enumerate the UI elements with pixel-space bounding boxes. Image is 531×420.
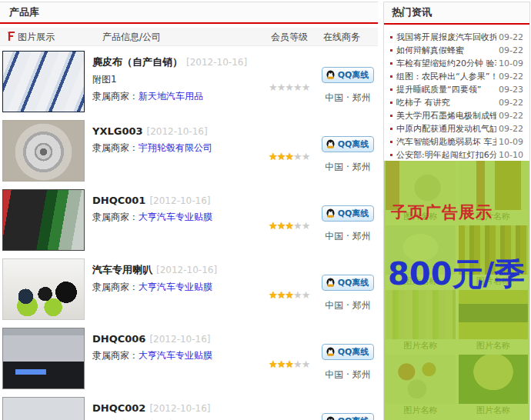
product-row: DHQC006[2012-10-16] 隶属商家：大亨汽车专业贴膜 ★★★★★ … [0,328,378,397]
qq-offline-button[interactable]: QQ离线 [322,205,375,222]
product-image[interactable] [2,397,85,420]
qq-button-label: QQ离线 [338,277,369,288]
news-item[interactable]: 美大学用石墨烯电极制成锂电 09-22 [390,109,523,122]
news-panel-title: 热门资讯 [392,6,432,18]
news-item[interactable]: 公安部:明年起闯红灯扣6分 挡 10-10 [390,148,523,162]
star-empty-icon: ★ [285,82,293,93]
news-item[interactable]: 提升睡眠质量“四要领” 09-23 [390,83,523,96]
news-item-text[interactable]: 中原内配获通用发动机气缸套 [396,123,496,135]
qq-offline-button[interactable]: QQ离线 [322,67,375,83]
product-date: [2012-10-16] [186,57,247,68]
news-item-text[interactable]: 吃柿子 有讲究 [396,97,496,108]
column-header-info: 产品信息/公司 [102,31,161,44]
news-panel-header: 热门资讯 [384,2,529,25]
product-row: 汽车专用喇叭[2012-10-16] 隶属商家：大亨汽车专业贴膜 ★★★★★ Q… [0,258,378,328]
news-item-date: 09-22 [499,32,523,42]
location-text: 中国 · 郑州 [320,161,376,174]
news-item[interactable]: 汽车智能钥匙脆弱易坏 车主需 10-09 [390,135,523,148]
qq-button-label: QQ离线 [338,138,369,150]
news-panel: 热门资讯 我国将开展报废汽车回收拆解 09-22 如何辩解真假蜂蜜 09-22 … [383,2,530,420]
product-library-header: 产品库 [0,2,378,24]
red-square-bullet-icon [390,128,392,130]
merchant-link[interactable]: 大亨汽车专业贴膜 [139,350,212,361]
product-date: [2012-10-16] [149,403,210,414]
product-name-link[interactable]: YXLG003 [92,125,143,137]
news-item[interactable]: 我国将开展报废汽车回收拆解 09-22 [390,31,523,44]
product-date: [2012-10-16] [156,265,217,275]
news-item-text[interactable]: 车检有望缩短约20分钟 验车将 [396,58,496,69]
member-level-stars: ★★★★★ [269,220,309,232]
merchant-link[interactable]: 宇翔轮毂有限公司 [139,142,212,153]
news-item-text[interactable]: 组图：农民种出“人参果”！ [396,71,496,82]
merchant-link[interactable]: 大亨汽车专业贴膜 [139,212,212,222]
merchant-link[interactable]: 大亨汽车专业贴膜 [139,282,212,292]
star-empty-icon: ★ [277,82,286,93]
qq-penguin-icon [326,278,336,288]
red-square-bullet-icon [390,49,392,52]
news-item[interactable]: 吃柿子 有讲究 09-22 [390,96,523,109]
star-filled-icon: ★ [277,151,286,162]
page-root: 产品库 图片展示 产品信息/公司 会员等级 在线商务 麂皮布（自产自销）[201… [0,0,531,420]
news-item-date: 10-09 [499,58,523,68]
news-item-text[interactable]: 如何辩解真假蜂蜜 [396,45,496,56]
news-item-text[interactable]: 美大学用石墨烯电极制成锂电 [396,110,496,122]
qq-button-label: QQ离线 [338,346,369,358]
star-empty-icon: ★ [293,358,302,370]
star-filled-icon: ★ [277,289,286,301]
qq-offline-button[interactable]: QQ离线 [322,275,375,291]
merchant-label: 隶属商家： [92,282,139,292]
merchant-label: 隶属商家： [92,91,139,102]
news-item-text[interactable]: 提升睡眠质量“四要领” [396,84,496,95]
product-attachment[interactable]: 附图1 [92,73,266,86]
qq-penguin-icon [326,70,336,80]
column-header-level: 会员等级 [271,31,308,44]
qq-offline-button[interactable]: QQ离线 [322,136,375,152]
member-level-stars: ★★★★★ [269,82,309,93]
product-image[interactable] [2,120,85,182]
news-item-date: 09-22 [499,98,523,108]
product-image[interactable] [2,51,85,112]
star-filled-icon: ★ [269,220,277,232]
location-text: 中国 · 郑州 [320,230,376,243]
product-name-link[interactable]: 汽车专用喇叭 [92,264,152,275]
product-image[interactable] [2,258,85,320]
news-item[interactable]: 车检有望缩短约20分钟 验车将 10-09 [390,57,523,70]
ad-banner[interactable]: 图片名称 图片名称 图片名称 图片名称 图片名称 图片名称 图片名称 图片名称 … [384,161,529,420]
qq-button-label: QQ离线 [338,208,369,219]
product-date: [2012-10-16] [149,334,210,345]
star-filled-icon: ★ [269,151,277,162]
location-text: 中国 · 郑州 [320,368,376,382]
star-filled-icon: ★ [277,220,286,232]
location-text: 中国 · 郑州 [320,92,376,105]
news-list: 我国将开展报废汽车回收拆解 09-22 如何辩解真假蜂蜜 09-22 车检有望缩… [384,28,529,162]
product-row: YXLG003[2012-10-16] 隶属商家：宇翔轮毂有限公司 ★★★★★ … [0,120,378,189]
merchant-link[interactable]: 新天地汽车用品 [139,91,203,102]
table-column-header: 图片展示 产品信息/公司 会员等级 在线商务 [0,28,378,46]
red-square-bullet-icon [390,141,392,143]
product-name-link[interactable]: DHQC001 [92,195,145,206]
product-date: [2012-10-16] [147,126,208,137]
red-square-bullet-icon [390,36,392,38]
news-item-text[interactable]: 公安部:明年起闯红灯扣6分 挡 [396,149,496,161]
qq-offline-button[interactable]: QQ离线 [322,413,375,420]
product-name-link[interactable]: 麂皮布（自产自销） [92,56,182,68]
product-list: 麂皮布（自产自销）[2012-10-16] 附图1 隶属商家：新天地汽车用品 ★… [0,51,378,420]
news-item-text[interactable]: 汽车智能钥匙脆弱易坏 车主需 [396,136,496,148]
star-filled-icon: ★ [269,358,277,370]
qq-offline-button[interactable]: QQ离线 [322,344,375,360]
red-square-bullet-icon [390,62,392,65]
news-item[interactable]: 组图：农民种出“人参果”！ 09-22 [390,70,523,83]
star-empty-icon: ★ [293,220,302,232]
product-name-link[interactable]: DHQC006 [92,333,145,345]
merchant-label: 隶属商家： [92,350,139,361]
product-image[interactable] [2,189,85,251]
news-item-text[interactable]: 我国将开展报废汽车回收拆解 [396,32,496,43]
product-name-link[interactable]: DHQC002 [92,402,145,414]
product-image[interactable] [2,328,85,389]
news-item[interactable]: 中原内配获通用发动机气缸套 09-22 [390,122,523,135]
news-item[interactable]: 如何辩解真假蜂蜜 09-22 [390,44,523,57]
star-filled-icon: ★ [277,358,286,370]
product-library-title: 产品库 [9,6,39,18]
star-empty-icon: ★ [293,289,302,301]
merchant-label: 隶属商家： [92,212,139,222]
